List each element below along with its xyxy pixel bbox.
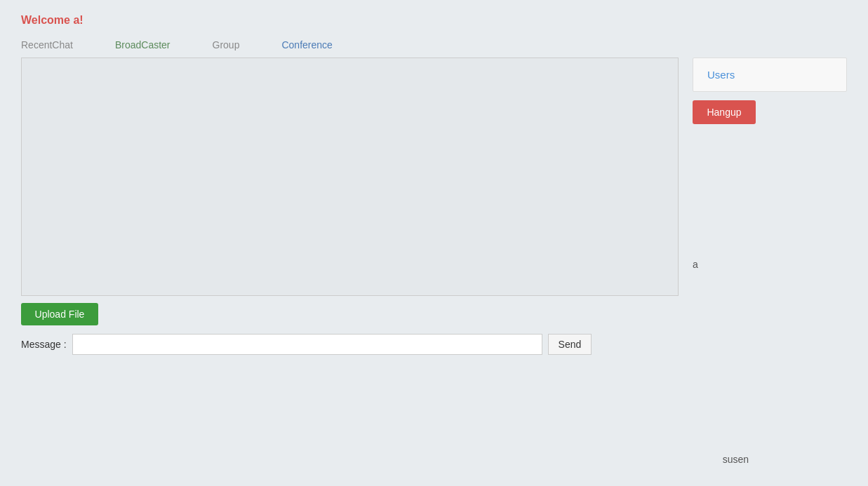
- user-a-indicator: a: [693, 259, 847, 270]
- message-row: Message : Send: [21, 334, 679, 355]
- message-input[interactable]: [72, 334, 542, 355]
- send-button[interactable]: Send: [548, 334, 592, 355]
- message-label: Message :: [21, 339, 67, 350]
- nav-tabs: RecentChat BroadCaster Group Conference: [21, 39, 847, 50]
- left-panel: Upload File Message : Send: [21, 58, 679, 472]
- welcome-text: Welcome a!: [21, 14, 847, 27]
- right-panel: Users Hangup a: [693, 58, 847, 472]
- users-link[interactable]: Users: [707, 69, 735, 81]
- users-box: Users: [693, 58, 847, 92]
- tab-conference[interactable]: Conference: [281, 39, 332, 50]
- hangup-button[interactable]: Hangup: [693, 100, 756, 124]
- tab-group[interactable]: Group: [213, 39, 240, 50]
- user-susen-label: susen: [723, 454, 749, 465]
- tab-recentchat[interactable]: RecentChat: [21, 39, 73, 50]
- chat-area: [21, 58, 679, 296]
- tab-broadcaster[interactable]: BroadCaster: [115, 39, 171, 50]
- upload-file-button[interactable]: Upload File: [21, 303, 98, 325]
- main-content: Upload File Message : Send Users Hangup …: [21, 58, 847, 472]
